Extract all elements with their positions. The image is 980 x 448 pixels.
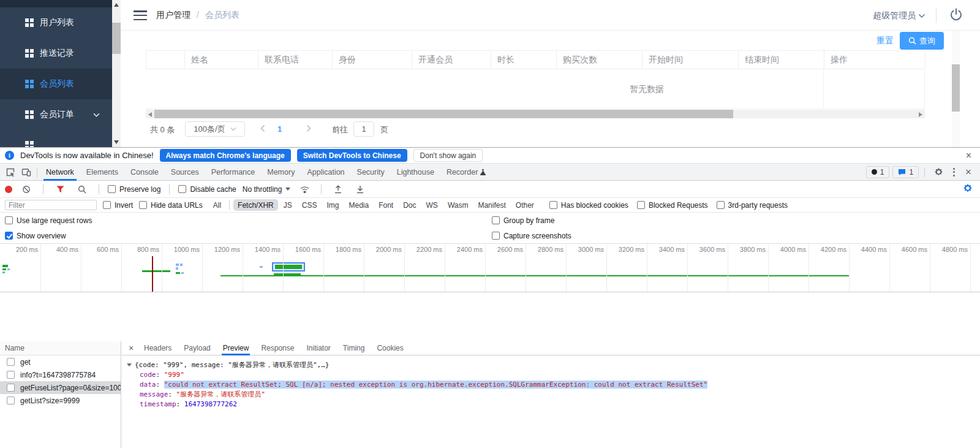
devtools-tab-network[interactable]: Network [40,164,80,181]
filter-input[interactable] [5,200,97,210]
request-row[interactable]: getFuseList?page=0&size=100 [0,381,121,394]
chevron-down-icon[interactable] [918,13,925,18]
search-icon[interactable] [74,181,90,197]
user-menu[interactable]: 超级管理员 [873,10,916,21]
detail-tab-response[interactable]: Response [255,341,300,355]
filter-funnel-icon[interactable] [52,181,68,197]
devtools-tab-memory[interactable]: Memory [261,164,301,181]
page-size-select[interactable]: 100条/页 [185,121,245,137]
scrollbar-thumb[interactable] [112,23,121,54]
scroll-right-icon[interactable] [919,112,922,117]
3rd-party-requests-checkbox[interactable] [717,201,725,209]
sidebar-scrollbar[interactable] [112,0,121,147]
table-horizontal-scrollbar[interactable] [146,110,925,118]
devtools-tab-lighthouse[interactable]: Lighthouse [391,164,440,181]
request-row[interactable]: info?t=1647398775784 [0,368,121,381]
resource-chip-wasm[interactable]: Wasm [443,199,473,211]
throttling-select[interactable]: No throttling [243,185,291,194]
page-number[interactable]: 1 [277,124,282,134]
device-toolbar-icon[interactable] [18,164,34,180]
next-page-icon[interactable] [306,124,311,132]
devtools-tab-sources[interactable]: Sources [165,164,205,181]
disable-cache-checkbox[interactable] [178,185,186,193]
detail-tab-timing[interactable]: Timing [337,341,371,355]
3rd-party-requests-option[interactable]: 3rd-party requests [717,201,788,210]
more-options-icon[interactable] [949,168,959,177]
group-by-frame-option[interactable]: Group by frame [492,216,554,225]
hamburger-menu-icon[interactable] [134,10,147,20]
preserve-log-option[interactable]: Preserve log [108,185,160,194]
invert-checkbox[interactable] [103,201,111,209]
import-har-icon[interactable] [330,181,346,197]
scrollbar-thumb[interactable] [952,64,960,112]
scroll-left-icon[interactable] [148,112,152,117]
detail-tab-headers[interactable]: Headers [138,341,178,355]
blocked-requests-option[interactable]: Blocked Requests [637,201,708,210]
name-column-header[interactable]: Name [0,341,121,355]
json-root-line[interactable]: {code: "999", message: "服务器异常，请联系管理员",…} [127,360,980,370]
issues-badge[interactable]: 1 [892,166,919,178]
logout-power-icon[interactable] [949,7,963,22]
capture-screenshots-checkbox[interactable] [492,232,500,240]
sidebar-item[interactable]: 会员订单 [0,99,112,130]
sidebar-item[interactable]: 推送记录 [0,38,112,69]
prev-page-icon[interactable] [260,124,265,132]
resource-chip-doc[interactable]: Doc [399,199,420,211]
use-large-rows-option[interactable]: Use large request rows [5,216,92,225]
close-devtools-icon[interactable]: × [962,167,975,177]
record-network-log-icon[interactable] [5,186,12,193]
json-property-message[interactable]: message: "服务器异常，请联系管理员" [140,390,980,400]
show-overview-checkbox[interactable] [5,232,13,240]
page-scrollbar[interactable] [952,31,960,147]
breadcrumb-section[interactable]: 用户管理 [156,10,190,21]
scroll-up-icon[interactable] [114,3,119,7]
resource-chip-other[interactable]: Other [511,199,538,211]
close-detail-icon[interactable]: × [124,343,138,353]
show-overview-option[interactable]: Show overview [5,232,66,240]
request-row[interactable]: getList?size=9999 [0,394,121,407]
resource-chip-ws[interactable]: WS [422,199,442,211]
devtools-tab-recorder[interactable]: Recorder [440,164,492,181]
hide-data-urls-option[interactable]: Hide data URLs [139,201,203,210]
export-har-icon[interactable] [352,181,368,197]
network-conditions-icon[interactable] [296,181,312,197]
detail-tab-cookies[interactable]: Cookies [371,341,409,355]
disable-cache-option[interactable]: Disable cache [178,185,236,194]
close-icon[interactable]: × [966,151,971,161]
resource-chip-js[interactable]: JS [279,199,296,211]
devtools-tab-console[interactable]: Console [124,164,165,181]
switch-to-chinese-button[interactable]: Switch DevTools to Chinese [297,149,407,162]
expand-triangle-icon[interactable] [127,363,132,366]
request-row[interactable]: get [0,355,121,368]
reset-button[interactable]: 重置 [876,36,894,47]
inspect-element-icon[interactable] [2,164,18,180]
detail-tab-preview[interactable]: Preview [217,341,255,355]
hide-data-urls-checkbox[interactable] [139,201,147,209]
invert-option[interactable]: Invert [103,201,133,210]
group-by-frame-checkbox[interactable] [492,216,500,224]
clear-network-log-icon[interactable] [18,181,34,197]
resource-chip-manifest[interactable]: Manifest [473,199,510,211]
resource-chip-font[interactable]: Font [374,199,398,211]
settings-gear-icon[interactable] [930,164,946,180]
detail-tab-initiator[interactable]: Initiator [300,341,336,355]
resource-chip-fetchxhr[interactable]: Fetch/XHR [233,199,278,211]
blocked-requests-checkbox[interactable] [637,201,645,209]
use-large-rows-checkbox[interactable] [5,216,13,224]
detail-tab-payload[interactable]: Payload [178,341,216,355]
has-blocked-cookies-option[interactable]: Has blocked cookies [549,201,628,210]
preserve-log-checkbox[interactable] [108,185,116,193]
query-button[interactable]: 查询 [900,32,944,50]
resource-chip-img[interactable]: Img [322,199,343,211]
json-property-data[interactable]: data: "could not extract ResultSet; SQL … [140,380,980,390]
dont-show-again-button[interactable]: Don't show again [413,149,483,162]
network-settings-gear-icon[interactable] [963,183,973,195]
capture-screenshots-option[interactable]: Capture screenshots [492,232,571,240]
resource-chip-css[interactable]: CSS [298,199,322,211]
resource-chip-all[interactable]: All [209,199,225,211]
has-blocked-cookies-checkbox[interactable] [549,201,557,209]
devtools-tab-security[interactable]: Security [351,164,391,181]
scrollbar-thumb[interactable] [154,110,733,118]
devtools-tab-elements[interactable]: Elements [80,164,124,181]
match-language-button[interactable]: Always match Chrome's language [160,149,291,162]
